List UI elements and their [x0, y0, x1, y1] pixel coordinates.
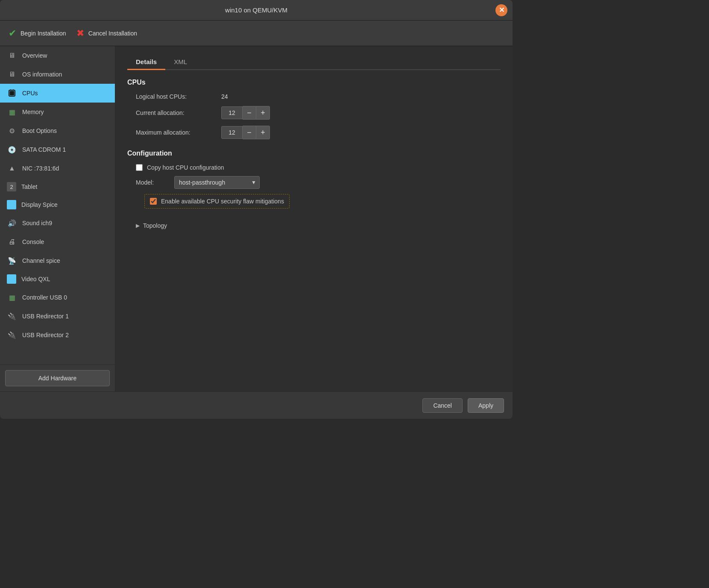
sidebar-label-os-information: OS information [22, 71, 62, 78]
maximum-allocation-label: Maximum allocation: [136, 129, 221, 136]
monitor-icon: 🖥 [7, 50, 17, 61]
sidebar-item-os-information[interactable]: 🖥 OS information [0, 65, 115, 84]
console-icon: 🖨 [7, 237, 17, 247]
current-allocation-spinner: − + [221, 106, 270, 120]
sidebar-label-sound-ich9: Sound ich9 [22, 220, 52, 226]
tabs: Details XML [127, 55, 501, 70]
sidebar-item-cpus[interactable]: CPUs [0, 84, 115, 103]
sidebar-item-channel-spice[interactable]: 📡 Channel spice [0, 251, 115, 270]
network-icon: ▲ [7, 163, 17, 173]
tab-details[interactable]: Details [127, 55, 165, 70]
current-allocation-row: Current allocation: − + [127, 106, 501, 120]
maximum-allocation-spinner: − + [221, 126, 270, 139]
sidebar-item-nic[interactable]: ▲ NIC :73:81:6d [0, 159, 115, 178]
gear-icon: ⚙ [7, 126, 17, 136]
bottom-bar: Cancel Apply [0, 391, 513, 419]
security-flaw-row: Enable available CPU security flaw mitig… [144, 194, 290, 209]
display-icon [7, 200, 16, 209]
usb1-icon: 🔌 [7, 311, 17, 321]
cancel-button[interactable]: Cancel [422, 398, 463, 413]
channel-icon: 📡 [7, 256, 17, 266]
add-hardware-button[interactable]: Add Hardware [5, 370, 110, 386]
sidebar-label-display-spice: Display Spice [21, 201, 58, 208]
x-icon: ✖ [76, 28, 84, 39]
sidebar-item-controller-usb[interactable]: ▦ Controller USB 0 [0, 288, 115, 307]
current-allocation-input[interactable] [221, 106, 243, 119]
sidebar-item-boot-options[interactable]: ⚙ Boot Options [0, 121, 115, 140]
current-allocation-decrement[interactable]: − [243, 106, 256, 120]
cpu-icon [7, 88, 17, 98]
sidebar-label-video-qxl: Video QXL [21, 276, 50, 282]
security-flaw-checkbox[interactable] [150, 198, 157, 205]
current-allocation-increment[interactable]: + [256, 106, 270, 120]
cpus-section-title: CPUs [127, 79, 501, 86]
sidebar-item-sound-ich9[interactable]: 🔊 Sound ich9 [0, 214, 115, 232]
sidebar-items: 🖥 Overview 🖥 OS information CPUs [0, 46, 115, 365]
sidebar-footer: Add Hardware [0, 365, 115, 391]
svg-rect-0 [10, 91, 14, 95]
close-button[interactable]: ✕ [495, 4, 507, 16]
begin-installation-button[interactable]: ✔ Begin Installation [9, 28, 66, 39]
model-label: Model: [136, 179, 170, 186]
sidebar-label-controller-usb: Controller USB 0 [22, 294, 67, 301]
begin-installation-label: Begin Installation [21, 30, 66, 37]
sidebar-label-boot-options: Boot Options [22, 127, 57, 134]
video-icon [7, 274, 16, 284]
copy-host-cpu-label[interactable]: Copy host CPU configuration [147, 164, 224, 171]
copy-host-cpu-row: Copy host CPU configuration [127, 164, 501, 171]
sidebar-label-console: Console [22, 238, 44, 245]
monitor2-icon: 🖥 [7, 69, 17, 79]
chevron-right-icon: ▶ [136, 223, 140, 229]
topology-label: Topology [143, 222, 167, 229]
cancel-installation-label: Cancel Installation [88, 30, 137, 37]
sidebar-label-memory: Memory [22, 109, 44, 115]
sidebar-label-sata-cdrom: SATA CDROM 1 [22, 146, 66, 153]
sidebar-label-cpus: CPUs [22, 90, 38, 97]
configuration-section: Configuration Copy host CPU configuratio… [127, 150, 501, 229]
current-allocation-label: Current allocation: [136, 109, 221, 116]
titlebar: win10 on QEMU/KVM ✕ [0, 0, 513, 21]
tab-xml[interactable]: XML [165, 55, 196, 70]
content-area: Details XML CPUs Logical host CPUs: 24 C… [115, 46, 513, 391]
sidebar-label-nic: NIC :73:81:6d [22, 165, 59, 172]
logical-host-cpus-label: Logical host CPUs: [136, 93, 221, 100]
configuration-title: Configuration [127, 150, 501, 157]
topology-row[interactable]: ▶ Topology [127, 222, 501, 229]
sidebar-item-usb-redirector-1[interactable]: 🔌 USB Redirector 1 [0, 307, 115, 326]
check-icon: ✔ [9, 28, 16, 39]
sidebar-item-usb-redirector-2[interactable]: 🔌 USB Redirector 2 [0, 326, 115, 344]
maximum-allocation-increment[interactable]: + [256, 126, 270, 139]
model-row: Model: host-passthrough host-model qemu6… [127, 176, 501, 189]
sidebar-label-usb-redirector-1: USB Redirector 1 [22, 313, 69, 320]
controller-icon: ▦ [7, 292, 17, 303]
sidebar-label-channel-spice: Channel spice [22, 257, 60, 264]
logical-host-cpus-value: 24 [221, 93, 238, 100]
sidebar-item-display-spice[interactable]: Display Spice [0, 196, 115, 214]
model-select[interactable]: host-passthrough host-model qemu64 kvm64 [174, 176, 260, 189]
toolbar: ✔ Begin Installation ✖ Cancel Installati… [0, 21, 513, 46]
sidebar-item-sata-cdrom[interactable]: 💿 SATA CDROM 1 [0, 140, 115, 159]
sidebar-item-console[interactable]: 🖨 Console [0, 232, 115, 251]
cancel-installation-button[interactable]: ✖ Cancel Installation [76, 28, 137, 39]
sidebar-label-overview: Overview [22, 52, 47, 59]
sidebar-item-overview[interactable]: 🖥 Overview [0, 46, 115, 65]
memory-icon: ▦ [7, 107, 17, 117]
sidebar-item-video-qxl[interactable]: Video QXL [0, 270, 115, 288]
apply-button[interactable]: Apply [468, 398, 504, 413]
sidebar-item-tablet[interactable]: 2 Tablet [0, 178, 115, 196]
sound-icon: 🔊 [7, 218, 17, 228]
disc-icon: 💿 [7, 144, 17, 155]
maximum-allocation-decrement[interactable]: − [243, 126, 256, 139]
tablet-icon: 2 [7, 182, 16, 191]
sidebar-label-tablet: Tablet [21, 183, 37, 190]
security-flaw-label[interactable]: Enable available CPU security flaw mitig… [161, 198, 284, 205]
sidebar-item-memory[interactable]: ▦ Memory [0, 103, 115, 121]
usb2-icon: 🔌 [7, 330, 17, 340]
security-flaw-container: Enable available CPU security flaw mitig… [127, 194, 501, 215]
maximum-allocation-input[interactable] [221, 126, 243, 139]
main-layout: 🖥 Overview 🖥 OS information CPUs [0, 46, 513, 391]
window-title: win10 on QEMU/KVM [225, 6, 287, 14]
copy-host-cpu-checkbox[interactable] [136, 164, 143, 171]
logical-host-cpus-row: Logical host CPUs: 24 [127, 93, 501, 100]
sidebar: 🖥 Overview 🖥 OS information CPUs [0, 46, 115, 391]
